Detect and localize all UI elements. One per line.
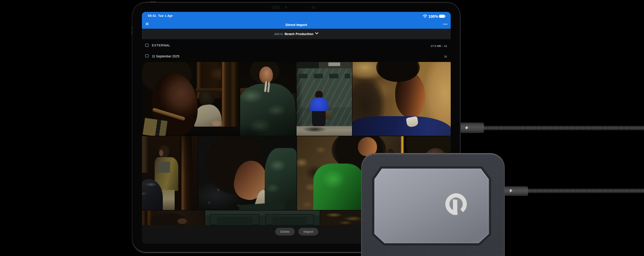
svg-text:100%: 100% [428,14,438,18]
